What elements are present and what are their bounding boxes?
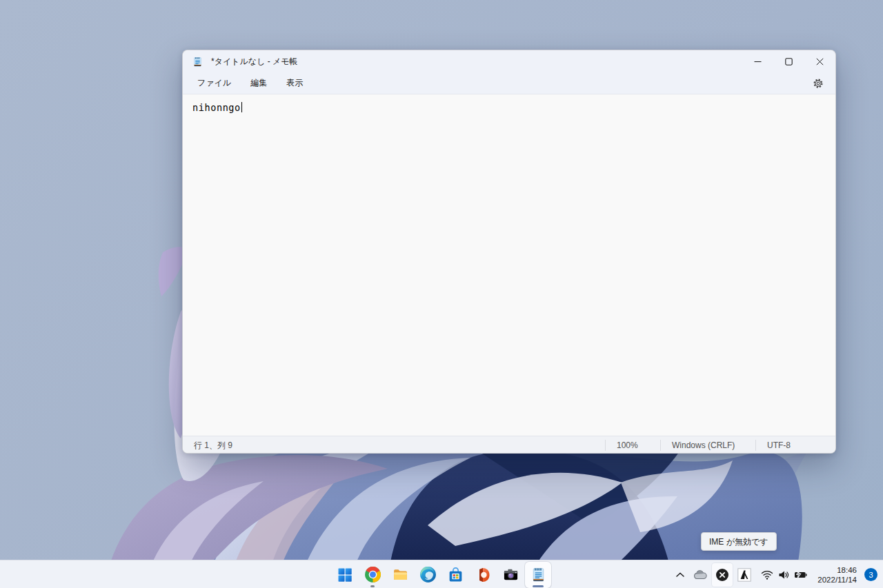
taskbar-notepad-button[interactable] xyxy=(525,562,551,588)
settings-button[interactable] xyxy=(806,74,830,93)
taskbar: 18:46 2022/11/14 3 xyxy=(0,560,883,588)
titlebar[interactable]: *タイトルなし - メモ帳 xyxy=(183,50,835,72)
ime-a-icon xyxy=(737,568,751,582)
wifi-icon xyxy=(761,570,773,580)
statusbar: 行 1、列 9 100% Windows (CRLF) UTF-8 xyxy=(183,436,835,454)
chevron-up-icon xyxy=(675,572,685,578)
chrome-running-indicator xyxy=(370,585,375,587)
gear-icon xyxy=(813,78,824,89)
maximize-icon xyxy=(785,58,793,65)
minimize-button[interactable] xyxy=(742,50,773,72)
menubar: ファイル 編集 表示 xyxy=(183,72,835,94)
office-icon xyxy=(475,567,491,583)
start-button[interactable] xyxy=(332,562,358,588)
taskbar-chrome-button[interactable] xyxy=(359,562,386,588)
taskbar-app-icons xyxy=(331,560,552,588)
editor-text: nihonngo xyxy=(192,102,241,113)
taskbar-camera-button[interactable] xyxy=(497,562,524,588)
menu-view[interactable]: 表示 xyxy=(277,73,312,93)
taskbar-store-button[interactable] xyxy=(442,562,468,588)
status-cursor-position: 行 1、列 9 xyxy=(183,440,605,451)
notepad-icon xyxy=(530,566,547,583)
clock-date: 2022/11/14 xyxy=(817,576,857,584)
notepad-active-indicator xyxy=(533,585,544,587)
tray-overflow-button[interactable] xyxy=(672,563,688,587)
folder-icon xyxy=(392,566,409,583)
battery-icon xyxy=(794,570,807,579)
volume-icon xyxy=(778,570,789,580)
camera-icon xyxy=(502,566,519,583)
minimize-icon xyxy=(754,58,762,65)
desktop: *タイトルなし - メモ帳 ファイル 編集 表示 xyxy=(0,0,883,588)
ime-disabled-tooltip: IME が無効です xyxy=(701,532,777,551)
onedrive-cloud-icon xyxy=(693,570,707,580)
maximize-button[interactable] xyxy=(773,50,804,72)
network-volume-battery-button[interactable] xyxy=(756,563,812,587)
status-zoom-level[interactable]: 100% xyxy=(605,440,660,451)
onedrive-tray-button[interactable] xyxy=(690,563,711,587)
close-button[interactable] xyxy=(804,50,835,72)
text-editor[interactable]: nihonngo xyxy=(183,94,835,436)
windows-logo-icon xyxy=(337,567,353,583)
notepad-window: *タイトルなし - メモ帳 ファイル 編集 表示 xyxy=(182,50,836,454)
clock-tray-button[interactable]: 18:46 2022/11/14 xyxy=(813,563,861,587)
store-icon xyxy=(447,566,464,583)
menu-edit[interactable]: 編集 xyxy=(241,73,277,93)
chrome-icon xyxy=(364,566,381,583)
window-controls xyxy=(742,50,835,72)
clock-time: 18:46 xyxy=(837,566,857,574)
menu-file[interactable]: ファイル xyxy=(188,73,241,93)
notepad-icon xyxy=(192,56,204,68)
atok-ime-tray-button[interactable] xyxy=(734,563,755,587)
notification-badge[interactable]: 3 xyxy=(864,568,877,581)
system-tray: 18:46 2022/11/14 3 xyxy=(672,560,877,588)
status-encoding[interactable]: UTF-8 xyxy=(755,440,835,451)
edge-icon xyxy=(419,566,437,583)
window-title: *タイトルなし - メモ帳 xyxy=(211,56,298,68)
close-icon xyxy=(816,58,824,65)
text-caret xyxy=(241,102,242,112)
taskbar-office-button[interactable] xyxy=(470,562,496,588)
ime-disabled-x-icon xyxy=(715,568,729,582)
ime-disabled-tray-button[interactable] xyxy=(712,563,733,587)
taskbar-edge-button[interactable] xyxy=(415,562,441,588)
status-line-ending[interactable]: Windows (CRLF) xyxy=(660,440,755,451)
taskbar-file-explorer-button[interactable] xyxy=(387,562,413,588)
